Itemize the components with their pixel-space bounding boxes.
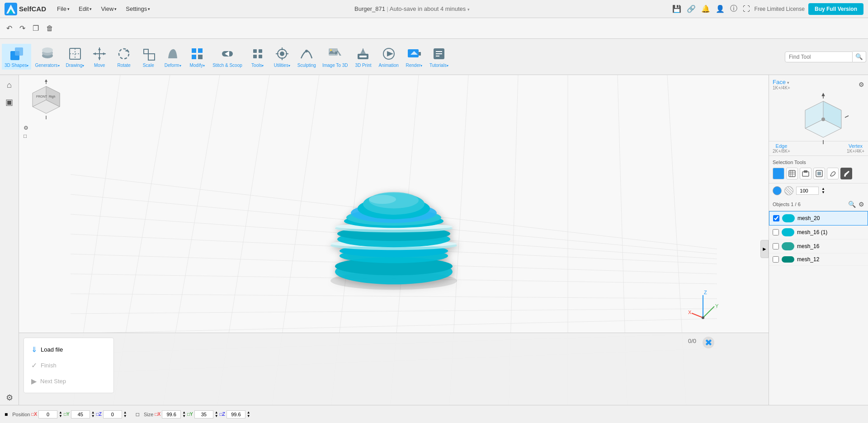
- object-item-mesh12[interactable]: mesh_12: [769, 254, 868, 266]
- home-icon[interactable]: ⌂: [5, 79, 14, 92]
- find-tool-search-button[interactable]: 🔍: [853, 51, 866, 62]
- size-group: Size □X ▲▼ □Y ▲▼ □Z ▲▼: [144, 410, 250, 418]
- logo: SelfCAD: [5, 3, 46, 15]
- view-mode-label[interactable]: Face: [773, 79, 786, 85]
- right-panel: Face ▾ 1K+/4K+ ⚙: [769, 75, 868, 423]
- fullscreen-icon[interactable]: ⛶: [742, 4, 751, 14]
- undo-button[interactable]: ↶: [4, 23, 15, 33]
- view-ortho-icon[interactable]: □: [24, 133, 28, 139]
- position-x-input[interactable]: [38, 410, 57, 418]
- select-paint-icon[interactable]: [827, 168, 839, 179]
- view-settings-icon[interactable]: ⚙: [859, 81, 864, 88]
- svg-line-107: [703, 306, 714, 318]
- close-panel-button[interactable]: ✖: [703, 337, 714, 348]
- size-z-input[interactable]: [226, 410, 245, 418]
- opacity-input[interactable]: [796, 187, 819, 195]
- user-icon[interactable]: 👤: [715, 4, 726, 14]
- view-mode-container: Face ▾ 1K+/4K+: [773, 79, 790, 90]
- axes-indicator: Z Y X: [687, 291, 719, 324]
- save-icon[interactable]: 💾: [671, 4, 682, 14]
- object-checkbox-mesh12[interactable]: [773, 256, 779, 263]
- menu-view[interactable]: View ▾: [98, 4, 119, 14]
- tool-utilities[interactable]: Utilities: [270, 44, 294, 70]
- tool-modify[interactable]: Modify: [185, 44, 209, 70]
- duplicate-button[interactable]: ❐: [30, 23, 42, 33]
- tool-stitch[interactable]: Stitch & Scoop: [210, 44, 245, 70]
- notifications-icon[interactable]: 🔔: [700, 4, 711, 14]
- panel-toggle-button[interactable]: ►: [760, 240, 769, 258]
- object-item-mesh20[interactable]: mesh_20: [769, 211, 868, 226]
- next-step-item: ▶ Next Step: [31, 375, 106, 387]
- tool-render[interactable]: Render: [402, 44, 426, 70]
- redo-button[interactable]: ↷: [17, 23, 28, 33]
- info-icon[interactable]: ⓘ: [729, 3, 738, 14]
- position-y-input[interactable]: [71, 410, 90, 418]
- 3d-object-burger[interactable]: [317, 172, 471, 300]
- object-item-mesh161[interactable]: mesh_16 (1): [769, 226, 868, 240]
- size-y-stepper[interactable]: ▲▼: [215, 411, 218, 418]
- position-y-stepper[interactable]: ▲▼: [91, 411, 95, 418]
- size-z-stepper[interactable]: ▲▼: [247, 411, 250, 418]
- menu-file[interactable]: File ▾: [54, 4, 72, 14]
- share-icon[interactable]: 🔗: [686, 4, 697, 14]
- top-menu-bar: SelfCAD File ▾ Edit ▾ View ▾ Settings ▾ …: [0, 0, 868, 18]
- svg-point-111: [702, 316, 704, 319]
- find-tool-container: 🔍: [785, 51, 866, 62]
- svg-rect-32: [259, 55, 262, 58]
- find-tool-input[interactable]: [785, 52, 853, 62]
- tool-scale[interactable]: Scale: [137, 44, 160, 70]
- size-x-input[interactable]: [162, 410, 181, 418]
- opacity-stepper[interactable]: ▲ ▼: [821, 187, 825, 194]
- tool-3dprint[interactable]: 3D Print: [351, 44, 375, 70]
- tool-generators[interactable]: Generators: [32, 44, 62, 70]
- object-item-mesh16[interactable]: mesh_16: [769, 240, 868, 254]
- viewport[interactable]: FRONT Righ ⚙ □: [19, 75, 769, 423]
- tool-tools[interactable]: Tools: [246, 44, 269, 70]
- counter-label: 0/0: [688, 338, 696, 344]
- select-brush-icon[interactable]: [840, 168, 852, 179]
- select-mesh-icon[interactable]: [786, 168, 798, 179]
- navigation-cube-preview[interactable]: [796, 92, 841, 137]
- position-x-stepper[interactable]: ▲▼: [59, 411, 62, 418]
- delete-button[interactable]: 🗑: [43, 24, 56, 33]
- size-x-stepper[interactable]: ▲▼: [182, 411, 186, 418]
- object-checkbox-mesh20[interactable]: [773, 215, 779, 221]
- tool-drawing-label: Drawing: [66, 63, 85, 68]
- select-face-icon[interactable]: [813, 168, 825, 179]
- load-file-item[interactable]: ⇓ Load file: [31, 343, 106, 356]
- wireframe-view-icon[interactable]: [784, 186, 793, 195]
- tool-image2d[interactable]: Image To 3D: [320, 44, 351, 70]
- position-z-stepper[interactable]: ▲▼: [123, 411, 127, 418]
- nav-cube[interactable]: FRONT Righ: [24, 80, 69, 120]
- tool-drawing[interactable]: Drawing: [63, 44, 87, 70]
- tool-deform[interactable]: Deform: [161, 44, 184, 70]
- svg-point-104: [369, 195, 396, 204]
- position-z-input[interactable]: [103, 410, 122, 418]
- tool-sculpting[interactable]: Sculpting: [295, 44, 319, 70]
- tool-tutorials[interactable]: Tutorials: [427, 44, 451, 70]
- object-checkbox-mesh161[interactable]: [773, 229, 779, 235]
- search-objects-icon[interactable]: 🔍: [848, 201, 856, 208]
- edge-item[interactable]: Edge 2K+/8K+: [773, 143, 790, 154]
- object-checkbox-mesh16[interactable]: [773, 243, 779, 249]
- tool-3dshapes-label: 3D Shapes: [5, 63, 28, 68]
- position-z-label: □Z: [96, 412, 102, 417]
- svg-point-39: [305, 50, 308, 52]
- tool-rotate[interactable]: Rotate: [112, 44, 136, 70]
- menu-edit[interactable]: Edit ▾: [76, 4, 94, 14]
- solid-view-icon[interactable]: [773, 186, 782, 195]
- objects-settings-icon[interactable]: ⚙: [859, 201, 864, 208]
- tool-animation-label: Animation: [378, 63, 398, 68]
- menu-settings[interactable]: Settings ▾: [123, 4, 153, 14]
- gear-icon[interactable]: ⚙: [4, 391, 15, 404]
- size-y-input[interactable]: [194, 410, 213, 418]
- tool-animation[interactable]: Animation: [376, 44, 401, 70]
- buy-full-version-button[interactable]: Buy Full Version: [808, 3, 863, 15]
- tool-move[interactable]: Move: [88, 44, 111, 70]
- object-icon[interactable]: ▣: [4, 95, 15, 109]
- object-name-mesh16: mesh_16: [797, 243, 864, 249]
- view-perspective-icon[interactable]: ⚙: [24, 125, 28, 131]
- tool-3dshapes[interactable]: 3D Shapes: [2, 44, 31, 70]
- select-all-icon[interactable]: [773, 168, 784, 179]
- select-box-icon[interactable]: [800, 168, 811, 179]
